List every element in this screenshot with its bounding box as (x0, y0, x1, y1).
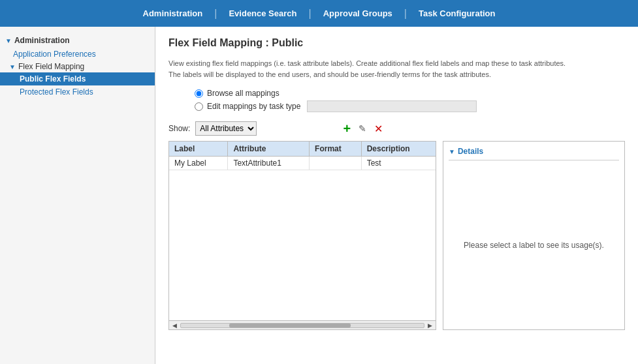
page-title: Flex Field Mapping : Public (168, 37, 625, 49)
radio-browse-all[interactable] (195, 89, 203, 98)
col-attribute: Attribute (228, 142, 310, 157)
sidebar-item-app-preferences[interactable]: Application Preferences (0, 48, 155, 61)
collapse-handle[interactable]: ◀ (168, 226, 169, 245)
table-container: ◀ Label Attribute Format Description My … (168, 141, 436, 330)
details-empty-message: Please select a label to see its usage(s… (449, 166, 619, 324)
nav-approval-groups[interactable]: Approval Groups (311, 0, 404, 27)
details-triangle-icon: ▼ (449, 148, 455, 155)
flex-field-table: Label Attribute Format Description My La… (169, 142, 436, 170)
toolbar-icons: + ✎ ✕ (340, 122, 385, 135)
radio-edit-row: Edit mappings by task type (195, 100, 625, 112)
scroll-track[interactable] (180, 323, 424, 328)
show-select[interactable]: All Attributes (195, 121, 257, 136)
details-panel: ▼ Details Please select a label to see i… (443, 141, 625, 330)
cell-attribute: TextAttribute1 (228, 157, 310, 170)
description: View existing flex field mappings (i.e. … (168, 58, 625, 80)
description-line2: The labels will be displayed to the end … (168, 70, 491, 78)
add-button[interactable]: + (340, 122, 353, 135)
sidebar-subsection-label: Flex Field Mapping (18, 62, 84, 71)
scroll-right-btn[interactable]: ▶ (426, 322, 434, 329)
description-line1: View existing flex field mappings (i.e. … (168, 59, 566, 67)
sidebar-subsection-flex-field: ▼ Flex Field Mapping (0, 61, 155, 72)
radio-edit-task-type[interactable] (195, 102, 203, 111)
scroll-thumb (229, 324, 351, 327)
sidebar: ▼ Administration Application Preferences… (0, 27, 155, 364)
show-label: Show: (168, 124, 190, 133)
radio-browse-row: Browse all mappings (195, 89, 625, 98)
task-type-textbox (307, 100, 477, 112)
details-title-label: Details (458, 147, 483, 156)
nav-task-configuration[interactable]: Task Configuration (407, 0, 507, 27)
cell-description: Test (361, 157, 436, 170)
radio-edit-label: Edit mappings by task type (207, 102, 300, 111)
sidebar-section-administration: ▼ Administration (0, 32, 155, 48)
details-title: ▼ Details (449, 147, 619, 160)
admin-triangle-icon: ▼ (5, 37, 12, 44)
table-details-area: ◀ Label Attribute Format Description My … (168, 141, 625, 330)
content-area: Flex Field Mapping : Public View existin… (155, 27, 638, 364)
col-label: Label (169, 142, 228, 157)
nav-evidence-search[interactable]: Evidence Search (217, 0, 308, 27)
cell-label: My Label (169, 157, 228, 170)
edit-button[interactable]: ✎ (356, 122, 369, 135)
nav-items: Administration | Evidence Search | Appro… (7, 0, 631, 27)
radio-group: Browse all mappings Edit mappings by tas… (168, 89, 625, 112)
sidebar-item-public-flex-fields[interactable]: Public Flex Fields (0, 72, 155, 85)
scroll-left-btn[interactable]: ◀ (170, 322, 179, 329)
cell-format (310, 157, 362, 170)
sidebar-section-title-label: Administration (14, 36, 70, 45)
table-row[interactable]: My LabelTextAttribute1Test (169, 157, 436, 170)
horizontal-scrollbar[interactable]: ◀ ▶ (169, 320, 436, 329)
top-nav: Administration | Evidence Search | Appro… (0, 0, 638, 27)
col-format: Format (310, 142, 362, 157)
table-header-row: Label Attribute Format Description (169, 142, 436, 157)
col-description: Description (361, 142, 436, 157)
toolbar-row: Show: All Attributes + ✎ ✕ (168, 121, 625, 136)
table-body: My LabelTextAttribute1Test (169, 157, 436, 170)
radio-browse-label: Browse all mappings (207, 89, 279, 98)
delete-button[interactable]: ✕ (372, 122, 385, 135)
sidebar-item-protected-flex-fields[interactable]: Protected Flex Fields (0, 85, 155, 99)
main-layout: ▼ Administration Application Preferences… (0, 27, 638, 364)
nav-administration[interactable]: Administration (131, 0, 215, 27)
flex-field-triangle-icon: ▼ (9, 63, 16, 70)
